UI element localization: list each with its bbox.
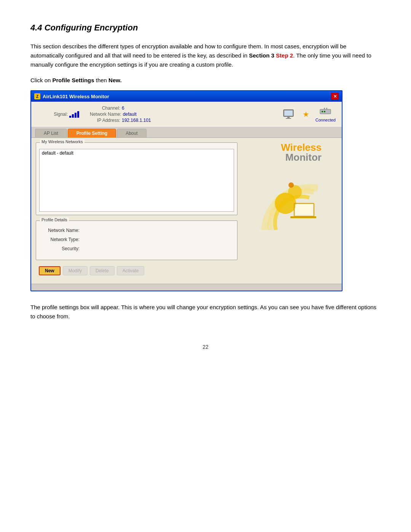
profile-settings-ref: Profile Settings <box>53 77 94 83</box>
svg-point-8 <box>324 111 325 112</box>
network-list-container: default - default <box>36 143 237 215</box>
detail-type-label: Network Type: <box>41 237 83 242</box>
signal-bar-2 <box>72 114 74 118</box>
section-ref: Section 3 <box>249 52 274 59</box>
svg-rect-1 <box>284 110 293 116</box>
signal-row: Signal: <box>37 111 82 118</box>
brand-area: Wireless Monitor <box>253 142 325 230</box>
app-icon: Z <box>34 93 40 99</box>
network-details-group: Channel: 6 Network Name: default IP Addr… <box>90 105 151 123</box>
signal-label: Signal: <box>37 112 68 117</box>
network-name-row: Network Name: default <box>90 112 151 117</box>
star-icon: ★ <box>303 110 309 119</box>
detail-network-label: Network Name: <box>41 228 83 233</box>
router-icon: Connected <box>315 106 336 122</box>
new-button[interactable]: New <box>39 266 61 275</box>
right-panel: Wireless Monitor <box>241 142 337 279</box>
networks-group-title: My Wireless Networks <box>40 139 84 144</box>
detail-security-label: Security: <box>41 246 83 251</box>
wireless-info-bar: Signal: Channel: 6 Network Name: default… <box>31 102 342 127</box>
signal-bar-1 <box>69 116 71 118</box>
buttons-row: New Modify Delete Activate <box>36 264 237 279</box>
monitor-icon <box>283 109 296 120</box>
signal-bars <box>69 111 79 118</box>
svg-rect-5 <box>324 108 325 110</box>
list-item[interactable]: default - default <box>41 150 232 156</box>
instruction-start: Click on <box>30 77 53 83</box>
brand-graphic <box>253 165 322 230</box>
detail-type-row: Network Type: <box>41 237 233 242</box>
network-list-box[interactable]: default - default <box>39 149 234 212</box>
ip-row: IP Address: 192.168.1.101 <box>90 118 151 123</box>
status-bar <box>31 284 342 291</box>
signal-bar-4 <box>77 111 79 118</box>
section-title: 4.4 Configuring Encryption <box>30 23 381 33</box>
channel-row: Channel: 6 <box>90 105 151 111</box>
left-panel: My Wireless Networks default - default P… <box>36 142 237 279</box>
svg-rect-14 <box>290 216 316 218</box>
titlebar: Z AirLink101 Wireless Monitor ✕ <box>31 91 342 102</box>
svg-rect-3 <box>286 118 291 119</box>
step-ref: Step 2 <box>276 52 293 59</box>
instruction-mid: then <box>94 77 109 83</box>
svg-rect-6 <box>326 108 327 110</box>
instruction-line: Click on Profile Settings then New. <box>30 77 381 83</box>
delete-button[interactable]: Delete <box>90 266 115 275</box>
detail-security-row: Security: <box>41 246 233 251</box>
modify-button[interactable]: Modify <box>63 266 88 275</box>
new-ref: New. <box>108 77 121 83</box>
svg-point-7 <box>322 111 323 112</box>
main-content: My Wireless Networks default - default P… <box>31 138 342 284</box>
tab-about[interactable]: About <box>117 129 146 137</box>
details-content: Network Name: Network Type: Security: <box>36 221 237 260</box>
connected-label: Connected <box>315 118 336 122</box>
brand-wireless: Wireless <box>281 142 322 152</box>
intro-paragraph: This section describes the different typ… <box>30 42 381 69</box>
page-number: 22 <box>30 344 381 350</box>
signal-group: Signal: <box>37 111 82 118</box>
window-title: AirLink101 Wireless Monitor <box>43 94 109 99</box>
signal-bar-3 <box>75 113 76 118</box>
profile-details-group: Profile Details Network Name: Network Ty… <box>36 220 237 260</box>
ip-label: IP Address: <box>90 118 120 123</box>
activate-button[interactable]: Activate <box>117 266 145 275</box>
tab-profile-setting[interactable]: Profile Setting <box>68 129 116 137</box>
profile-details-title: Profile Details <box>40 217 69 222</box>
tab-ap-list[interactable]: AP List <box>35 129 67 137</box>
status-icons: ★ Connected <box>283 106 336 122</box>
wireless-networks-group: My Wireless Networks default - default <box>36 142 237 215</box>
channel-value: 6 <box>122 105 124 111</box>
titlebar-left: Z AirLink101 Wireless Monitor <box>34 93 109 99</box>
tab-bar: AP List Profile Setting About <box>31 127 342 138</box>
network-name-label: Network Name: <box>90 112 121 117</box>
network-name-value: default <box>123 112 137 117</box>
app-window: Z AirLink101 Wireless Monitor ✕ Signal: … <box>30 90 342 291</box>
ip-value: 192.168.1.101 <box>122 118 151 123</box>
brand-monitor: Monitor <box>285 152 322 162</box>
bottom-text: The profile settings box will appear. Th… <box>30 303 381 321</box>
channel-label: Channel: <box>90 105 120 111</box>
svg-rect-13 <box>295 204 313 215</box>
close-button[interactable]: ✕ <box>331 93 339 100</box>
svg-point-11 <box>288 182 294 188</box>
detail-network-row: Network Name: <box>41 228 233 233</box>
